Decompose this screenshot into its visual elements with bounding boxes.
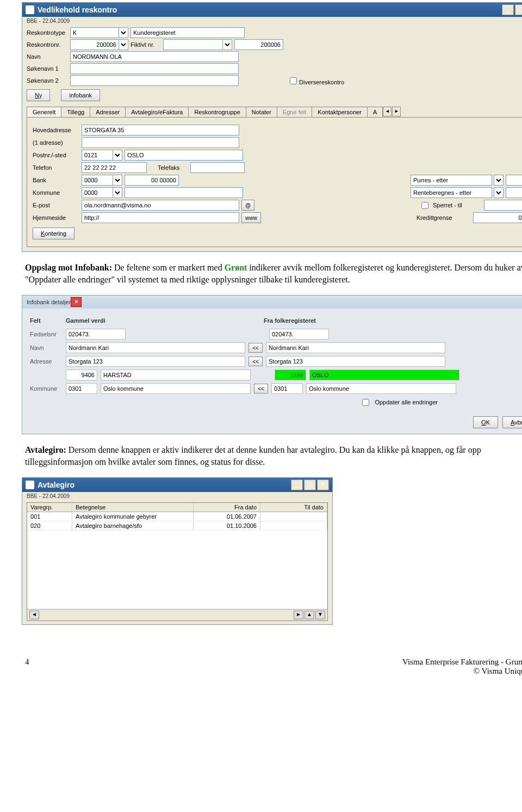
post-old-sted[interactable] bbox=[101, 370, 251, 380]
tab-notater[interactable]: Notater bbox=[246, 107, 277, 117]
oppdater-checkbox[interactable] bbox=[362, 399, 369, 406]
copy-navn-button[interactable]: << bbox=[248, 343, 263, 353]
kommune-input[interactable] bbox=[82, 187, 113, 198]
fod-new[interactable] bbox=[269, 329, 329, 340]
copy-kommune-button[interactable]: << bbox=[254, 384, 268, 393]
purres-input[interactable] bbox=[411, 175, 492, 186]
fiktivtnr-select[interactable] bbox=[222, 39, 232, 50]
telefon-label: Telefon bbox=[33, 164, 82, 171]
postnr-input[interactable] bbox=[82, 150, 113, 161]
tab-generelt[interactable]: Generelt bbox=[27, 107, 61, 117]
diverse-label: Diversereskontro bbox=[299, 79, 344, 85]
enadresse-input[interactable] bbox=[82, 137, 239, 148]
avbryt-button[interactable]: Avbryt bbox=[502, 416, 522, 428]
copy-adresse-button[interactable]: << bbox=[248, 356, 263, 366]
table-row[interactable]: 001 Avtalegiro kommunale gebyrer 01.06.2… bbox=[27, 512, 327, 521]
av-status-line: BBE - 22.04.2009 bbox=[22, 492, 332, 500]
scroll-up-icon[interactable]: ▲ bbox=[304, 611, 314, 619]
poststed-input[interactable] bbox=[125, 150, 243, 161]
www-button[interactable]: www bbox=[241, 212, 261, 223]
reskontronr-input[interactable] bbox=[70, 39, 119, 50]
sperret-checkbox[interactable] bbox=[421, 202, 428, 209]
scroll-left-button[interactable]: ◄ bbox=[29, 611, 39, 619]
hovedadresse-input[interactable] bbox=[82, 125, 239, 136]
tab-egnefelt[interactable]: Egne felt bbox=[277, 107, 312, 117]
maximize-button[interactable]: □ bbox=[515, 4, 522, 15]
telefon-input[interactable] bbox=[82, 162, 147, 173]
purres-select[interactable] bbox=[494, 175, 504, 186]
tab-adresser[interactable]: Adresser bbox=[90, 107, 126, 117]
ny-button[interactable]: Ny bbox=[27, 89, 50, 101]
navn-input[interactable] bbox=[70, 51, 239, 62]
epost-input[interactable] bbox=[82, 200, 239, 211]
postnr-label: Postnr./-sted bbox=[33, 152, 82, 158]
post-new-sted[interactable] bbox=[309, 370, 459, 380]
fiktivtnr-input[interactable] bbox=[163, 39, 223, 50]
paragraph-avtalegiro: Avtalegiro: Dersom denne knappen er akti… bbox=[25, 444, 522, 467]
telefaks-input[interactable] bbox=[190, 162, 245, 173]
tab-tillegg[interactable]: Tillegg bbox=[61, 107, 90, 117]
kom-new-nr[interactable] bbox=[271, 383, 303, 394]
fod-old[interactable] bbox=[66, 329, 126, 340]
hovedadresse-label: Hovedadresse bbox=[33, 127, 82, 133]
kom-new-txt[interactable] bbox=[306, 383, 456, 394]
tab-kontaktpersoner[interactable]: Kontaktpersoner bbox=[312, 107, 368, 117]
status-line: BBE - 22.04.2009 bbox=[22, 17, 522, 25]
kommune-name-input[interactable] bbox=[125, 187, 243, 198]
tab-reskontrogruppe[interactable]: Reskontrogruppe bbox=[188, 107, 246, 117]
kommune-label: Kommune bbox=[33, 189, 82, 196]
rente-select[interactable] bbox=[494, 187, 504, 198]
sperret-label: Sperret - til bbox=[433, 202, 482, 208]
bank-select[interactable] bbox=[113, 175, 122, 186]
ok-button[interactable]: OK bbox=[473, 416, 498, 428]
avtalegiro-window: Avtalegiro _ □ × BBE - 22.04.2009 Varegr… bbox=[22, 477, 333, 625]
tab-scroll-right[interactable]: ► bbox=[392, 107, 401, 116]
table-row[interactable]: 020 Avtalegiro barnehage/sfo 01.10.2006 bbox=[27, 521, 327, 531]
tab-scroll-left[interactable]: ◄ bbox=[383, 107, 391, 116]
email-button[interactable]: @ bbox=[241, 200, 254, 211]
rente-val-input[interactable] bbox=[506, 187, 522, 198]
reskontrotype-name[interactable] bbox=[130, 27, 245, 38]
rente-input[interactable] bbox=[411, 187, 492, 198]
av-maximize-button[interactable]: □ bbox=[304, 479, 316, 490]
tabbar: Generelt Tillegg Adresser Avtalegiro/eFa… bbox=[27, 107, 522, 118]
post-new-nr[interactable] bbox=[275, 370, 306, 380]
kom-old-txt[interactable] bbox=[101, 383, 251, 394]
hjemmeside-label: Hjemmeside bbox=[33, 214, 82, 221]
av-title: Avtalegiro bbox=[38, 481, 74, 489]
infobank-button[interactable]: infobank bbox=[61, 89, 100, 101]
kontering-button[interactable]: Kontering bbox=[33, 227, 74, 239]
bank-acct-input[interactable] bbox=[125, 175, 179, 186]
reskontrotype-select[interactable] bbox=[119, 27, 128, 38]
infobank-title: Infobank detaljer bbox=[27, 299, 71, 305]
bank-code-input[interactable] bbox=[82, 175, 113, 186]
navn-old[interactable] bbox=[66, 342, 245, 353]
kredittgrense-input[interactable] bbox=[473, 212, 522, 223]
sperret-input[interactable] bbox=[484, 200, 522, 211]
postnr-select[interactable] bbox=[113, 150, 122, 161]
reskontronr-select[interactable] bbox=[119, 39, 128, 50]
tab-more[interactable]: A bbox=[367, 107, 383, 117]
post-old-nr[interactable] bbox=[66, 370, 97, 380]
scroll-right-button[interactable]: ► bbox=[294, 611, 303, 619]
tab-avtalegiro[interactable]: Avtalegiro/eFaktura bbox=[125, 107, 189, 117]
reskontrotype-code[interactable] bbox=[70, 27, 119, 38]
hjemmeside-input[interactable] bbox=[82, 212, 239, 223]
infobank-close-button[interactable]: × bbox=[71, 297, 82, 307]
sokenavn1-input[interactable] bbox=[70, 63, 239, 74]
scroll-down-icon[interactable]: ▼ bbox=[315, 611, 325, 619]
telefaks-label: Telefaks bbox=[158, 164, 190, 171]
av-minimize-button[interactable]: _ bbox=[291, 479, 303, 490]
purres-val-input[interactable] bbox=[506, 175, 522, 186]
diverse-checkbox[interactable] bbox=[290, 77, 297, 84]
page-number: 4 bbox=[25, 657, 29, 676]
adr-new[interactable] bbox=[266, 356, 445, 367]
kommune-select[interactable] bbox=[113, 187, 122, 198]
sokenavn2-input[interactable] bbox=[70, 75, 239, 86]
kom-old-nr[interactable] bbox=[66, 383, 97, 394]
av-close-button[interactable]: × bbox=[317, 479, 329, 490]
adr-old[interactable] bbox=[66, 356, 245, 367]
minimize-button[interactable]: _ bbox=[502, 4, 514, 15]
navn-new[interactable] bbox=[266, 342, 445, 353]
fiktivtnr-value[interactable] bbox=[234, 39, 283, 50]
